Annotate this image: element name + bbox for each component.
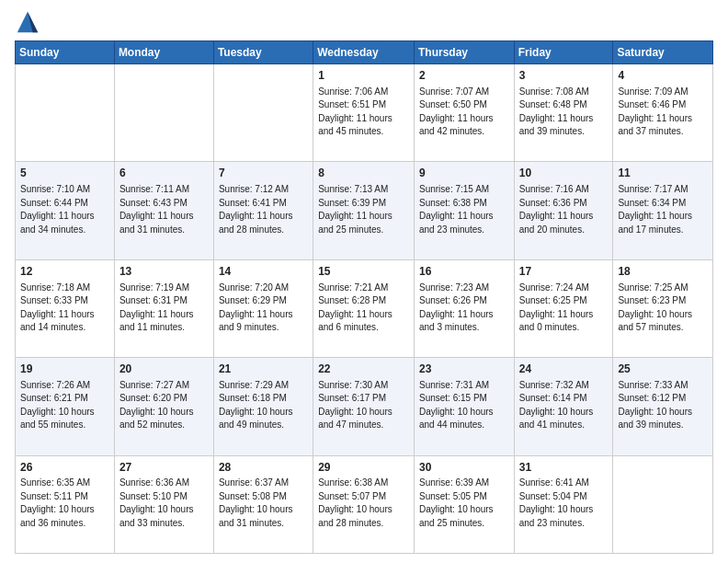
- day-number: 22: [318, 362, 409, 377]
- weekday-header-wednesday: Wednesday: [313, 41, 415, 64]
- day-info: Sunrise: 7:24 AM Sunset: 6:25 PM Dayligh…: [519, 282, 609, 335]
- day-info: Sunrise: 7:33 AM Sunset: 6:12 PM Dayligh…: [618, 379, 708, 432]
- calendar-cell: 21Sunrise: 7:29 AM Sunset: 6:18 PM Dayli…: [213, 358, 313, 455]
- calendar-cell: 2Sunrise: 7:07 AM Sunset: 6:50 PM Daylig…: [414, 64, 514, 162]
- week-row-5: 26Sunrise: 6:35 AM Sunset: 5:11 PM Dayli…: [16, 455, 713, 553]
- day-info: Sunrise: 7:23 AM Sunset: 6:26 PM Dayligh…: [419, 282, 509, 335]
- calendar-cell: 27Sunrise: 6:36 AM Sunset: 5:10 PM Dayli…: [114, 455, 213, 553]
- weekday-header-friday: Friday: [514, 41, 613, 64]
- calendar-cell: [613, 455, 713, 553]
- weekday-header-row: SundayMondayTuesdayWednesdayThursdayFrid…: [16, 41, 713, 64]
- calendar-cell: 22Sunrise: 7:30 AM Sunset: 6:17 PM Dayli…: [313, 358, 415, 455]
- day-number: 1: [318, 68, 409, 84]
- calendar-cell: 4Sunrise: 7:09 AM Sunset: 6:46 PM Daylig…: [613, 64, 713, 162]
- calendar-cell: 12Sunrise: 7:18 AM Sunset: 6:33 PM Dayli…: [16, 259, 115, 357]
- day-number: 13: [119, 264, 209, 280]
- day-info: Sunrise: 6:36 AM Sunset: 5:10 PM Dayligh…: [119, 477, 209, 530]
- logo: [15, 9, 44, 35]
- day-info: Sunrise: 7:32 AM Sunset: 6:14 PM Dayligh…: [519, 379, 609, 432]
- calendar-cell: 18Sunrise: 7:25 AM Sunset: 6:23 PM Dayli…: [613, 259, 713, 357]
- day-number: 18: [618, 264, 708, 280]
- day-info: Sunrise: 7:31 AM Sunset: 6:15 PM Dayligh…: [419, 379, 509, 432]
- weekday-header-sunday: Sunday: [16, 41, 115, 64]
- week-row-3: 12Sunrise: 7:18 AM Sunset: 6:33 PM Dayli…: [16, 259, 713, 357]
- page: SundayMondayTuesdayWednesdayThursdayFrid…: [0, 0, 728, 563]
- week-row-4: 19Sunrise: 7:26 AM Sunset: 6:21 PM Dayli…: [16, 358, 713, 455]
- day-number: 8: [318, 166, 409, 181]
- calendar-cell: 6Sunrise: 7:11 AM Sunset: 6:43 PM Daylig…: [114, 162, 213, 259]
- day-info: Sunrise: 7:16 AM Sunset: 6:36 PM Dayligh…: [519, 183, 609, 236]
- calendar-cell: 29Sunrise: 6:38 AM Sunset: 5:07 PM Dayli…: [313, 455, 415, 553]
- day-info: Sunrise: 7:21 AM Sunset: 6:28 PM Dayligh…: [318, 282, 409, 335]
- day-info: Sunrise: 7:18 AM Sunset: 6:33 PM Dayligh…: [20, 282, 109, 335]
- day-number: 27: [119, 460, 209, 476]
- day-number: 9: [419, 166, 509, 181]
- day-info: Sunrise: 6:39 AM Sunset: 5:05 PM Dayligh…: [419, 477, 509, 530]
- calendar-cell: 9Sunrise: 7:15 AM Sunset: 6:38 PM Daylig…: [414, 162, 514, 259]
- day-number: 11: [618, 166, 708, 181]
- day-number: 29: [318, 460, 409, 476]
- day-number: 20: [119, 362, 209, 377]
- day-number: 4: [618, 68, 708, 84]
- calendar-cell: 3Sunrise: 7:08 AM Sunset: 6:48 PM Daylig…: [514, 64, 613, 162]
- day-number: 17: [519, 264, 609, 280]
- day-info: Sunrise: 7:26 AM Sunset: 6:21 PM Dayligh…: [20, 379, 109, 432]
- calendar-cell: 19Sunrise: 7:26 AM Sunset: 6:21 PM Dayli…: [16, 358, 115, 455]
- calendar-cell: 7Sunrise: 7:12 AM Sunset: 6:41 PM Daylig…: [213, 162, 313, 259]
- day-info: Sunrise: 6:41 AM Sunset: 5:04 PM Dayligh…: [519, 477, 609, 530]
- calendar-cell: 14Sunrise: 7:20 AM Sunset: 6:29 PM Dayli…: [213, 259, 313, 357]
- calendar-cell: 11Sunrise: 7:17 AM Sunset: 6:34 PM Dayli…: [613, 162, 713, 259]
- day-number: 31: [519, 460, 609, 476]
- day-info: Sunrise: 7:11 AM Sunset: 6:43 PM Dayligh…: [119, 183, 209, 236]
- calendar-cell: 5Sunrise: 7:10 AM Sunset: 6:44 PM Daylig…: [16, 162, 115, 259]
- day-number: 24: [519, 362, 609, 377]
- day-number: 12: [20, 264, 109, 280]
- day-info: Sunrise: 7:09 AM Sunset: 6:46 PM Dayligh…: [618, 86, 708, 139]
- calendar-table: SundayMondayTuesdayWednesdayThursdayFrid…: [15, 40, 713, 554]
- day-number: 16: [419, 264, 509, 280]
- calendar-cell: 8Sunrise: 7:13 AM Sunset: 6:39 PM Daylig…: [313, 162, 415, 259]
- logo-icon: [15, 9, 40, 35]
- day-info: Sunrise: 7:30 AM Sunset: 6:17 PM Dayligh…: [318, 379, 409, 432]
- day-number: 25: [618, 362, 708, 377]
- day-info: Sunrise: 7:15 AM Sunset: 6:38 PM Dayligh…: [419, 183, 509, 236]
- day-number: 21: [219, 362, 308, 377]
- calendar-cell: 13Sunrise: 7:19 AM Sunset: 6:31 PM Dayli…: [114, 259, 213, 357]
- day-info: Sunrise: 6:35 AM Sunset: 5:11 PM Dayligh…: [20, 477, 109, 530]
- day-number: 19: [20, 362, 109, 377]
- calendar-cell: 24Sunrise: 7:32 AM Sunset: 6:14 PM Dayli…: [514, 358, 613, 455]
- weekday-header-tuesday: Tuesday: [213, 41, 313, 64]
- day-info: Sunrise: 6:37 AM Sunset: 5:08 PM Dayligh…: [219, 477, 308, 530]
- calendar-cell: 1Sunrise: 7:06 AM Sunset: 6:51 PM Daylig…: [313, 64, 415, 162]
- day-number: 26: [20, 460, 109, 476]
- day-info: Sunrise: 7:07 AM Sunset: 6:50 PM Dayligh…: [419, 86, 509, 139]
- header: [15, 9, 713, 35]
- weekday-header-monday: Monday: [114, 41, 213, 64]
- day-info: Sunrise: 7:27 AM Sunset: 6:20 PM Dayligh…: [119, 379, 209, 432]
- day-info: Sunrise: 7:19 AM Sunset: 6:31 PM Dayligh…: [119, 282, 209, 335]
- day-number: 10: [519, 166, 609, 181]
- weekday-header-saturday: Saturday: [613, 41, 713, 64]
- day-number: 3: [519, 68, 609, 84]
- day-info: Sunrise: 7:12 AM Sunset: 6:41 PM Dayligh…: [219, 183, 308, 236]
- day-number: 15: [318, 264, 409, 280]
- day-info: Sunrise: 6:38 AM Sunset: 5:07 PM Dayligh…: [318, 477, 409, 530]
- calendar-cell: 15Sunrise: 7:21 AM Sunset: 6:28 PM Dayli…: [313, 259, 415, 357]
- day-number: 30: [419, 460, 509, 476]
- day-info: Sunrise: 7:29 AM Sunset: 6:18 PM Dayligh…: [219, 379, 308, 432]
- day-number: 6: [119, 166, 209, 181]
- day-info: Sunrise: 7:10 AM Sunset: 6:44 PM Dayligh…: [20, 183, 109, 236]
- weekday-header-thursday: Thursday: [414, 41, 514, 64]
- calendar-cell: 31Sunrise: 6:41 AM Sunset: 5:04 PM Dayli…: [514, 455, 613, 553]
- day-info: Sunrise: 7:13 AM Sunset: 6:39 PM Dayligh…: [318, 183, 409, 236]
- calendar-cell: 20Sunrise: 7:27 AM Sunset: 6:20 PM Dayli…: [114, 358, 213, 455]
- calendar-cell: 26Sunrise: 6:35 AM Sunset: 5:11 PM Dayli…: [16, 455, 115, 553]
- day-number: 23: [419, 362, 509, 377]
- calendar-cell: [213, 64, 313, 162]
- calendar-cell: 10Sunrise: 7:16 AM Sunset: 6:36 PM Dayli…: [514, 162, 613, 259]
- day-number: 2: [419, 68, 509, 84]
- day-number: 7: [219, 166, 308, 181]
- day-number: 5: [20, 166, 109, 181]
- day-number: 28: [219, 460, 308, 476]
- calendar-cell: 23Sunrise: 7:31 AM Sunset: 6:15 PM Dayli…: [414, 358, 514, 455]
